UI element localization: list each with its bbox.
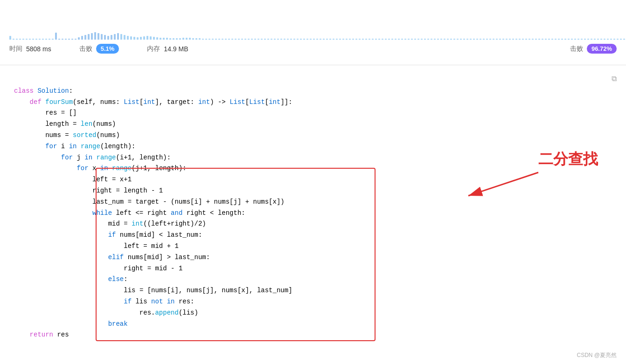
chart-bar	[466, 39, 468, 40]
chart-bar	[88, 34, 90, 40]
chart-bar	[264, 39, 266, 40]
chart-bar	[107, 36, 109, 40]
fn-foursum: fourSum	[45, 98, 73, 106]
chart-bar	[120, 34, 122, 40]
chart-bar	[515, 39, 517, 40]
svg-line-1	[468, 172, 538, 196]
chart-bar	[9, 36, 11, 40]
chart-bar	[496, 39, 498, 40]
chart-bar	[91, 33, 93, 40]
chart-bar	[362, 39, 364, 40]
fn-int: int	[132, 220, 143, 227]
chart-bar	[231, 39, 233, 40]
chart-bar	[284, 39, 285, 40]
chart-bar	[316, 39, 318, 40]
type-list: List	[124, 98, 139, 106]
chart-bar	[365, 39, 367, 40]
type-int: int	[143, 98, 155, 106]
chart-bar	[499, 39, 501, 40]
var-res: res	[45, 109, 57, 117]
chart-bar	[594, 39, 596, 40]
chart-bar	[222, 39, 223, 40]
chart-bar	[473, 39, 475, 40]
fn-append: append	[155, 309, 178, 316]
chart-bar	[529, 39, 530, 40]
chart-bar	[104, 35, 106, 40]
keyword-in2: in	[84, 154, 92, 161]
chart-bar	[62, 39, 63, 40]
chart-bar	[525, 39, 527, 40]
chart-bar	[277, 39, 279, 40]
chart-bar	[97, 33, 99, 40]
keyword-and: and	[171, 209, 182, 217]
chart-bar	[600, 39, 602, 40]
chart-bar	[359, 39, 361, 40]
chart-bar	[532, 39, 534, 40]
chart-bar	[280, 39, 282, 40]
chart-bar	[303, 39, 305, 40]
chart-bar	[127, 36, 129, 40]
chart-bar	[620, 39, 622, 40]
chart-bar	[84, 35, 86, 40]
chart-bar	[195, 38, 197, 40]
keyword-not: not	[151, 298, 163, 305]
annotation-text: 二分查找	[538, 149, 598, 170]
keyword-for1: for	[45, 143, 57, 150]
class-name: Solution	[37, 87, 69, 95]
chart-bar	[502, 39, 504, 40]
chart-bar	[617, 39, 619, 40]
chart-bar	[336, 39, 338, 40]
performance-bar: 时间 5808 ms 击败 5.1% 内存 14.9 MB 击败 96.72%	[0, 0, 626, 65]
chart-bar	[137, 37, 139, 40]
fn-range1: range	[81, 143, 100, 150]
keyword-break: break	[108, 320, 128, 328]
chart-bar	[248, 39, 250, 40]
chart-bar	[329, 39, 331, 40]
time-label: 时间	[9, 45, 22, 53]
chart-bar	[235, 39, 236, 40]
var-mid: mid	[108, 220, 120, 227]
chart-bar	[571, 39, 573, 40]
chart-bar	[297, 39, 299, 40]
chart-bar	[584, 39, 586, 40]
chart-bar	[561, 39, 563, 40]
chart-bar	[81, 36, 83, 40]
chart-bar	[199, 38, 201, 40]
chart-bar	[483, 39, 485, 40]
chart-bar	[486, 39, 488, 40]
chart-bar	[290, 39, 292, 40]
chart-bar	[447, 39, 449, 40]
chart-bar	[568, 39, 570, 40]
chart-bar	[385, 39, 387, 40]
chart-bar	[424, 39, 426, 40]
chart-bar	[205, 39, 207, 40]
keyword-for3: for	[77, 165, 88, 172]
chart-bar	[382, 39, 383, 40]
chart-bar	[22, 39, 24, 40]
chart-bar	[114, 34, 116, 40]
copy-icon[interactable]: ⧉	[612, 75, 617, 83]
watermark: CSDN @夏亮然	[577, 351, 617, 359]
chart-bar	[182, 38, 184, 40]
chart-bar	[306, 39, 308, 40]
beat2-stat: 击败 96.72%	[570, 44, 617, 54]
time-value: 5808 ms	[26, 45, 51, 53]
chart-bar	[16, 39, 18, 40]
chart-bar	[173, 38, 174, 40]
chart-bar	[52, 39, 54, 40]
chart-bar	[176, 38, 178, 40]
chart-bar	[228, 39, 230, 40]
type-list3: List	[249, 98, 265, 106]
chart-bar	[401, 39, 403, 40]
chart-bar	[342, 39, 344, 40]
chart-bar	[480, 39, 481, 40]
annotation-arrow	[454, 168, 557, 205]
chart-bar	[574, 39, 576, 40]
chart-bar	[68, 39, 70, 40]
chart-bar	[254, 39, 256, 40]
chart-bar	[506, 39, 508, 40]
chart-bar	[391, 39, 393, 40]
chart-bar	[355, 39, 357, 40]
chart-bar	[450, 39, 452, 40]
chart-bar	[13, 39, 14, 40]
